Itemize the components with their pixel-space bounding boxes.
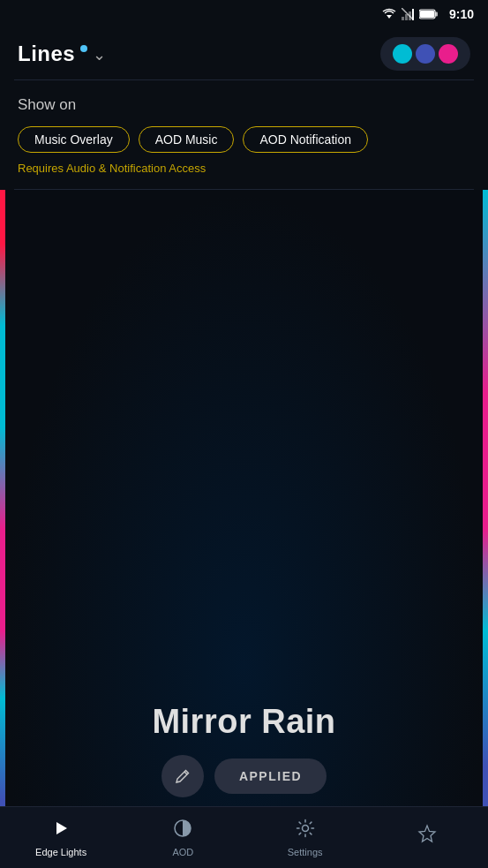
preview-title: Mirror Rain [152,703,335,741]
chip-aod-music[interactable]: AOD Music [139,126,235,153]
warning-text: Requires Audio & Notification Access [18,162,470,175]
bottom-nav: Edge Lights AOD Settings [0,806,488,868]
circle-teal[interactable] [393,44,412,64]
header-accent-dot [80,45,87,52]
dropdown-chevron[interactable]: ⌄ [93,45,106,64]
nav-item-star[interactable] [366,817,488,859]
show-on-section: Show on Music Overlay AOD Music AOD Noti… [0,80,488,189]
chips-row: Music Overlay AOD Music AOD Notification [18,126,470,153]
wifi-icon [382,8,396,20]
status-time: 9:10 [449,7,474,21]
svg-rect-1 [402,17,404,20]
circle-blue[interactable] [416,44,435,64]
svg-rect-8 [435,12,438,17]
svg-marker-0 [387,15,392,19]
nav-item-edge-lights[interactable]: Edge Lights [0,811,122,864]
edit-button[interactable] [161,755,204,797]
circle-pink[interactable] [439,44,458,64]
svg-point-11 [302,825,308,831]
star-icon [417,824,437,849]
show-on-title: Show on [18,96,470,114]
preview-wrapper: Mirror Rain APPLIED [0,190,488,868]
preview-buttons: APPLIED [161,755,327,797]
settings-label: Settings [288,847,323,857]
applied-button[interactable]: APPLIED [214,759,327,794]
theme-circles[interactable] [380,37,470,71]
edge-lights-label: Edge Lights [35,847,86,857]
settings-icon [296,819,315,843]
aod-label: AOD [172,847,193,857]
svg-rect-2 [405,14,408,20]
edge-lights-icon [51,819,71,843]
app-container: 9:10 Lines ⌄ Show on Music Overlay AOD M… [0,0,488,868]
chip-aod-notification[interactable]: AOD Notification [243,126,367,153]
battery-icon [419,9,439,19]
nav-item-aod[interactable]: AOD [122,811,244,864]
header: Lines ⌄ [0,28,488,79]
svg-marker-12 [419,826,435,842]
aod-icon [173,819,192,843]
svg-marker-9 [56,822,67,834]
signal-icon [402,8,414,20]
svg-rect-7 [420,11,434,18]
nav-item-settings[interactable]: Settings [244,811,366,864]
chip-music-overlay[interactable]: Music Overlay [18,126,130,153]
preview-content: Mirror Rain APPLIED [0,703,488,797]
pencil-icon [175,768,191,784]
app-title: Lines [18,42,75,66]
status-bar: 9:10 [0,0,488,28]
status-icons: 9:10 [382,7,474,21]
header-title-row: Lines ⌄ [18,42,106,66]
